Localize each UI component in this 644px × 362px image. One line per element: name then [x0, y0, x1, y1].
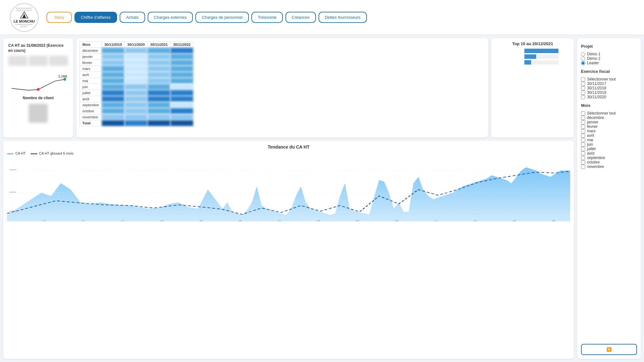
matrix-row: janvier: [80, 54, 193, 60]
sidebar-fiscal-item-0[interactable]: Sélectionner tout: [581, 77, 637, 81]
matrix-cell-month: mars: [80, 66, 102, 72]
sidebar-projet-item-2[interactable]: Leader: [581, 61, 637, 65]
sidebar-mois-checkbox-4[interactable]: [581, 129, 585, 133]
sidebar-mois-checkbox-0[interactable]: [581, 111, 585, 115]
nav-tab-creances[interactable]: Créances: [285, 12, 316, 23]
sidebar-mois-item-3[interactable]: février: [581, 124, 637, 129]
sidebar-fiscal-item-3[interactable]: 30/11/2019: [581, 90, 637, 95]
sidebar-mois-checkbox-3[interactable]: [581, 125, 585, 129]
matrix-cell: [125, 78, 148, 84]
sidebar-mois-checkbox-6[interactable]: [581, 138, 585, 142]
sidebar-fiscal-checkbox-4[interactable]: [581, 95, 585, 99]
matrix-cell-month: août: [80, 96, 102, 102]
sidebar-projet-radio-2[interactable]: [581, 61, 585, 65]
matrix-table: Mois30/11/201930/11/202030/11/202130/11/…: [80, 41, 193, 126]
sidebar-mois-item-6[interactable]: mai: [581, 138, 637, 142]
sidebar-mois-item-12[interactable]: novembre: [581, 164, 637, 169]
sidebar-mois-item-9[interactable]: août: [581, 151, 637, 156]
sidebar-mois-label-5: avril: [587, 133, 594, 138]
nav-tab-personnel[interactable]: Charges de personnel: [195, 12, 249, 23]
kpi-subtitle: Nombre de client: [8, 96, 68, 100]
nav-tab-tresorerie[interactable]: Trésorerie: [251, 12, 283, 23]
sidebar-mois-item-11[interactable]: octobre: [581, 160, 637, 164]
matrix-cell: [148, 84, 171, 90]
sidebar-mois-item-10[interactable]: septembre: [581, 156, 637, 160]
matrix-row: juillet: [80, 90, 193, 96]
sidebar-projet-item-1[interactable]: Démo 2: [581, 56, 637, 61]
nav-tab-achats[interactable]: Achats: [120, 12, 145, 23]
sidebar-mois-item-5[interactable]: avril: [581, 133, 637, 138]
nav-tab-charges[interactable]: Charges externes: [148, 12, 193, 23]
svg-text:•••••: •••••: [10, 210, 17, 212]
matrix-cell: [171, 48, 193, 54]
sidebar-fiscal-label-2: 30/11/2018: [587, 86, 606, 90]
logo-brand: LE MONCHU: [14, 19, 35, 24]
matrix-cell: [148, 102, 171, 108]
nav-tabs: StoryChiffre d'affairesAchatsCharges ext…: [46, 12, 639, 23]
matrix-cell: [125, 48, 148, 54]
matrix-cell: [125, 84, 148, 90]
sidebar-mois-item-0[interactable]: Sélectionner tout: [581, 111, 637, 115]
matrix-cell: [148, 78, 171, 84]
sidebar-mois-item-1[interactable]: décembre: [581, 115, 637, 120]
matrix-row: août: [80, 96, 193, 102]
sidebar-projet-label-1: Démo 2: [587, 56, 600, 61]
matrix-card: Mois30/11/201930/11/202030/11/202130/11/…: [76, 38, 488, 137]
sidebar-mois-checkbox-5[interactable]: [581, 134, 585, 138]
sidebar-fiscal-item-2[interactable]: 30/11/2018: [581, 86, 637, 90]
matrix-cell: [102, 78, 124, 84]
matrix-cell: [148, 54, 171, 60]
nav-tab-story[interactable]: Story: [46, 12, 72, 23]
sidebar-projet-radio-0[interactable]: [581, 52, 585, 56]
sidebar-mois-label-11: octobre: [587, 160, 600, 164]
matrix-cell: [148, 90, 171, 96]
sidebar-fiscal-item-1[interactable]: 30/11/2017: [581, 81, 637, 86]
sidebar-mois-item-7[interactable]: juin: [581, 142, 637, 147]
sidebar-fiscal-checkbox-2[interactable]: [581, 86, 585, 90]
matrix-cell: [171, 90, 193, 96]
trend-title: Tendance du CA HT: [7, 144, 570, 150]
sidebar-mois-checkbox-10[interactable]: [581, 156, 585, 160]
top-row: CA HT au 31/08/2022 (Exercice en cours) …: [3, 38, 574, 137]
legend-ca-ht: CA HT: [7, 151, 26, 155]
sidebar-fiscal-label-1: 30/11/2017: [587, 81, 606, 86]
top10-title: Top 10 au 20/12/2021: [494, 41, 571, 46]
sidebar-filter-button[interactable]: 🔽: [581, 344, 637, 355]
matrix-cell: [102, 48, 124, 54]
sidebar-mois-label-8: juillet: [587, 147, 596, 151]
sidebar-mois-checkbox-12[interactable]: [581, 165, 585, 169]
matrix-row: octobre: [80, 108, 193, 114]
matrix-cell: [148, 66, 171, 72]
sidebar-mois-checkbox-2[interactable]: [581, 120, 585, 124]
sidebar-fiscal-checkbox-1[interactable]: [581, 82, 585, 86]
legend-glissant-label: CA HT glissant 6 mois: [39, 151, 74, 155]
matrix-cell: [171, 60, 193, 66]
top10-bar-label-1: •••••••••: [494, 55, 523, 58]
sidebar-mois-item-4[interactable]: mars: [581, 129, 637, 133]
sidebar-fiscal-item-4[interactable]: 30/11/2020: [581, 95, 637, 99]
sidebar-mois-checkbox-8[interactable]: [581, 147, 585, 151]
sidebar-fiscal-checkbox-0[interactable]: [581, 77, 585, 81]
matrix-row: décembre: [80, 48, 193, 54]
sidebar-mois-label-7: juin: [587, 142, 593, 147]
matrix-cell: [102, 114, 124, 120]
sidebar-mois-item-2[interactable]: janvier: [581, 120, 637, 124]
sidebar-projet-radio-1[interactable]: [581, 57, 585, 61]
matrix-cell: [102, 96, 124, 102]
nav-tab-dettes[interactable]: Dettes fournisseurs: [318, 12, 367, 23]
sidebar-mois-title: Mois: [581, 103, 637, 108]
sidebar-projet-item-0[interactable]: Démo 1: [581, 52, 637, 56]
nav-tab-chiffre[interactable]: Chiffre d'affaires: [74, 12, 117, 23]
kpi-values: ████ ████ ████: [8, 56, 68, 66]
sidebar-mois-label-2: janvier: [587, 120, 598, 124]
sidebar-projet-title: Projet: [581, 44, 637, 49]
sidebar-mois-label-1: décembre: [587, 115, 604, 120]
matrix-cell: [102, 72, 124, 78]
sidebar-mois-checkbox-11[interactable]: [581, 160, 585, 164]
sidebar-mois-checkbox-7[interactable]: [581, 143, 585, 147]
sidebar-mois-checkbox-9[interactable]: [581, 151, 585, 156]
sidebar-fiscal-options: Sélectionner tout30/11/201730/11/201830/…: [581, 77, 637, 99]
sidebar-mois-item-8[interactable]: juillet: [581, 147, 637, 151]
sidebar-fiscal-checkbox-3[interactable]: [581, 91, 585, 95]
sidebar-mois-checkbox-1[interactable]: [581, 116, 585, 120]
